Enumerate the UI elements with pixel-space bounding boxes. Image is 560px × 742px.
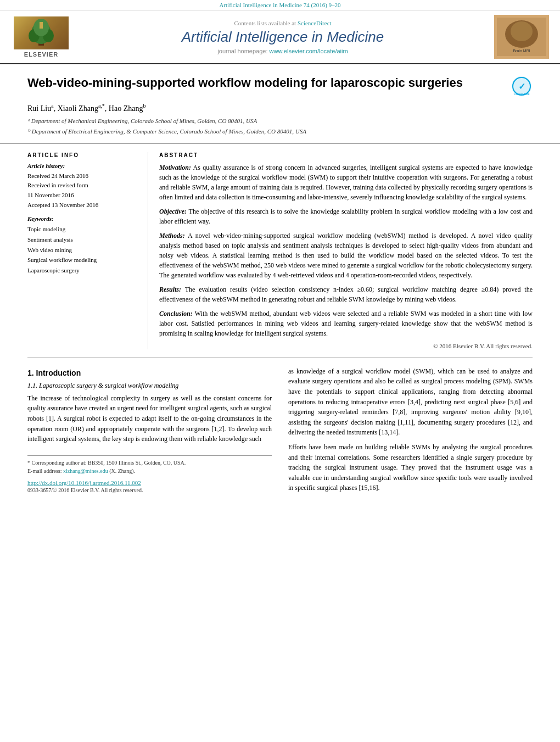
article-info-col: ARTICLE INFO Article history: Received 2… <box>27 152 148 349</box>
affiliations: ᵃ Department of Mechanical Engineering, … <box>27 116 533 137</box>
intro-paragraph-1: The increase of technological complexity… <box>27 393 272 444</box>
homepage-link[interactable]: www.elsevier.com/locate/aiim <box>270 48 348 54</box>
corresponding-note: * Corresponding author at: BB350, 1500 I… <box>27 459 272 467</box>
doi-link[interactable]: http://dx.doi.org/10.1016/j.artmed.2016.… <box>27 479 272 486</box>
received-text: Received 24 March 2016 <box>27 172 88 179</box>
abstract-results: Results: The evaluation results (video s… <box>159 284 533 304</box>
keywords-label: Keywords: <box>27 215 137 222</box>
body-right-col: as knowledge of a surgical workflow mode… <box>288 366 533 498</box>
doi-area: http://dx.doi.org/10.1016/j.artmed.2016.… <box>27 479 272 494</box>
svg-rect-5 <box>40 22 43 29</box>
abstract-objective: Objective: The objective of this researc… <box>159 207 533 226</box>
journal-header: ELSEVIER Contents lists available at Sci… <box>0 10 560 64</box>
methods-label: Methods: <box>159 232 185 239</box>
sciencedirect-link[interactable]: ScienceDirect <box>298 20 332 26</box>
svg-point-9 <box>511 21 533 41</box>
article-title: Web-video-mining-supported workflow mode… <box>27 75 500 91</box>
journal-thumbnail: Brain MRI <box>494 15 549 59</box>
article-section: Web-video-mining-supported workflow mode… <box>0 64 560 143</box>
svg-text:✓: ✓ <box>518 82 525 91</box>
intro-number: 1. <box>27 369 34 377</box>
email-suffix: (X. Zhang). <box>109 468 135 474</box>
subsection-title: 1.1. Laparoscopic surgery & surgical wor… <box>27 382 272 390</box>
history-label: Article history: <box>27 163 137 169</box>
keyword-5: Laparoscopic surgery <box>27 265 137 276</box>
affiliation-b: ᵇ Department of Electrical Engineering, … <box>27 127 533 137</box>
motivation-text: As quality assurance is of strong concer… <box>159 164 533 201</box>
crossmark-icon[interactable]: ✓ CrossMark <box>511 75 533 97</box>
elsevier-tree-icon <box>22 19 60 47</box>
citation-text: Artificial Intelligence in Medicine 74 (… <box>219 2 340 8</box>
issn-text: 0933-3657/© 2016 Elsevier B.V. All right… <box>27 486 272 494</box>
results-text: The evaluation results (video selection … <box>159 286 533 303</box>
keyword-4: Surgical workflow modeling <box>27 255 137 265</box>
intro-title-text: Introduction <box>36 369 81 377</box>
copyright: © 2016 Elsevier B.V. All rights reserved… <box>159 343 533 349</box>
abstract-header: ABSTRACT <box>159 152 533 158</box>
abstract-motivation: Motivation: As quality assurance is of s… <box>159 163 533 202</box>
intro-paragraph-3: Efforts have been made on building relia… <box>288 442 533 493</box>
subsection-title-text: Laparoscopic surgery & surgical workflow… <box>39 382 178 389</box>
intro-paragraph-2: as knowledge of a surgical workflow mode… <box>288 366 533 438</box>
footnote-area: * Corresponding author at: BB350, 1500 I… <box>27 455 272 475</box>
email-label: E-mail address: <box>27 468 61 474</box>
elsevier-label: ELSEVIER <box>24 51 58 58</box>
elsevier-logo: ELSEVIER <box>11 16 71 58</box>
subsection-number: 1.1. <box>27 382 37 389</box>
keyword-1: Topic modeling <box>27 224 137 235</box>
article-info-header: ARTICLE INFO <box>27 152 137 158</box>
svg-text:CrossMark: CrossMark <box>513 92 530 96</box>
title-row: Web-video-mining-supported workflow mode… <box>27 75 533 97</box>
methods-text: A novel web-video-mining-supported surgi… <box>159 232 533 279</box>
objective-text: The objective of this research is to sol… <box>159 208 533 225</box>
received-revised-label: Received in revised form <box>27 182 88 188</box>
results-label: Results: <box>159 286 181 293</box>
affiliation-a: ᵃ Department of Mechanical Engineering, … <box>27 116 533 126</box>
keyword-2: Sentiment analysis <box>27 235 137 245</box>
conclusion-text: With the webSWM method, abundant web vid… <box>159 310 533 337</box>
journal-title: Artificial Intelligence in Medicine <box>82 29 483 46</box>
journal-center: Contents lists available at ScienceDirec… <box>71 20 494 54</box>
authors: Rui Liua, Xiaoli Zhanga,*, Hao Zhangb <box>27 103 533 113</box>
received-revised-date: 11 November 2016 <box>27 192 74 198</box>
citation-bar: Artificial Intelligence in Medicine 74 (… <box>0 0 560 10</box>
page: Artificial Intelligence in Medicine 74 (… <box>0 0 560 742</box>
crossmark-svg: ✓ CrossMark <box>511 75 533 97</box>
intro-title: 1. Introduction <box>27 369 272 377</box>
contents-link: Contents lists available at ScienceDirec… <box>82 20 483 26</box>
accepted-text: Accepted 13 November 2016 <box>27 202 98 208</box>
body-section: 1. Introduction 1.1. Laparoscopic surger… <box>0 358 560 506</box>
svg-text:Brain MRI: Brain MRI <box>513 49 530 53</box>
abstract-conclusion: Conclusion: With the webSWM method, abun… <box>159 309 533 338</box>
abstract-col: ABSTRACT Motivation: As quality assuranc… <box>148 152 533 349</box>
journal-homepage: journal homepage: www.elsevier.com/locat… <box>82 48 483 54</box>
motivation-label: Motivation: <box>159 164 191 171</box>
body-left-col: 1. Introduction 1.1. Laparoscopic surger… <box>27 366 272 498</box>
objective-label: Objective: <box>159 208 187 215</box>
journal-cover-icon: Brain MRI <box>494 15 549 59</box>
keyword-3: Web video mining <box>27 245 137 255</box>
history-text: Received 24 March 2016 Received in revis… <box>27 171 137 210</box>
email-link[interactable]: xlzhang@mines.edu <box>63 468 108 474</box>
elsevier-logo-box <box>14 16 69 49</box>
conclusion-label: Conclusion: <box>159 310 193 317</box>
article-info-abstract: ARTICLE INFO Article history: Received 2… <box>0 143 560 358</box>
abstract-methods: Methods: A novel web-video-mining-suppor… <box>159 231 533 280</box>
email-note: E-mail address: xlzhang@mines.edu (X. Zh… <box>27 467 272 475</box>
